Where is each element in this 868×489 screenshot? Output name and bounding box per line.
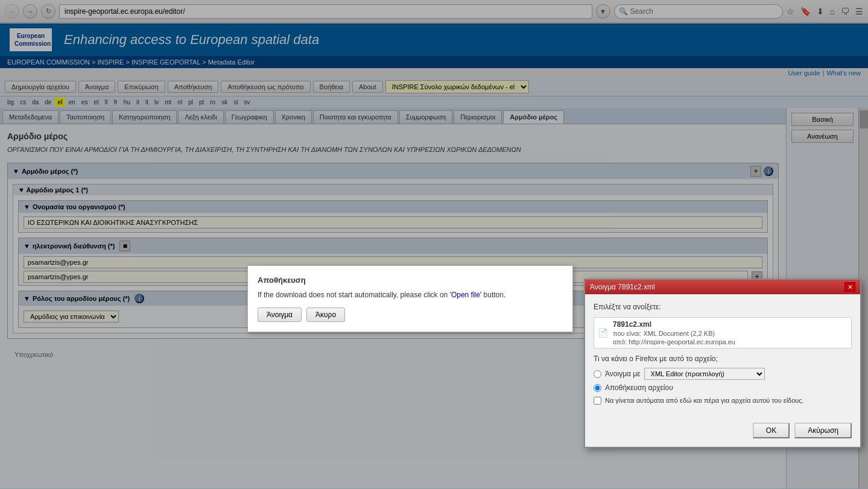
save-dialog-title: Αποθήκευση [258, 276, 563, 285]
save-file-radio[interactable] [594, 384, 601, 392]
save-dialog: Αποθήκευση If the download does not star… [247, 265, 573, 332]
radio-save-row: Αποθήκευση αρχείου [594, 383, 852, 392]
xml-file-icon: 📄 [598, 328, 608, 338]
save-dialog-text-before: If the download does not start automatic… [258, 291, 450, 299]
file-type-info: που είναι: XML Document (2,2 KB) [613, 330, 735, 337]
open-with-label: Άνοιγμα με [605, 370, 641, 378]
save-file-label: Αποθήκευση αρχείου [605, 383, 673, 392]
file-dialog-footer: OK Ακύρωση [585, 418, 860, 447]
save-dialog-text-after: button. [481, 291, 505, 299]
file-dialog-close-button[interactable]: ✕ [844, 282, 855, 292]
save-dialog-text: If the download does not start automatic… [258, 291, 563, 299]
file-ok-button[interactable]: OK [753, 423, 790, 438]
open-with-radio[interactable] [594, 370, 601, 378]
save-dialog-text-highlight: 'Open file' [450, 291, 482, 299]
app-select[interactable]: XML Editor (προεπιλογή) [644, 368, 765, 380]
file-dialog: Άνοιγμα 7891c2.xml ✕ Επιλέξτε να ανοίξετ… [584, 279, 861, 448]
file-item: 📄 7891c2.xml που είναι: XML Document (2,… [594, 317, 852, 349]
save-cancel-button[interactable]: Άκυρο [306, 308, 345, 322]
auto-action-label: Να γίνεται αυτόματα από εδώ και πέρα για… [605, 397, 804, 404]
file-action-label: Τι να κάνει ο Firefox με αυτό το αρχείο; [594, 355, 852, 363]
auto-action-checkbox[interactable] [594, 397, 601, 405]
file-dialog-prompt: Επιλέξτε να ανοίξετε: [594, 303, 852, 311]
file-cancel-button[interactable]: Ακύρωση [794, 423, 852, 438]
file-name: 7891c2.xml [613, 320, 735, 329]
file-dialog-titlebar: Άνοιγμα 7891c2.xml ✕ [585, 280, 860, 294]
file-source-info: από: http://inspire-geoportal.ec.europa.… [613, 338, 735, 345]
radio-open-row: Άνοιγμα με XML Editor (προεπιλογή) [594, 368, 852, 380]
auto-action-row: Να γίνεται αυτόματα από εδώ και πέρα για… [594, 397, 852, 405]
save-dialog-buttons: Άνοιγμα Άκυρο [258, 308, 563, 322]
file-dialog-body: Επιλέξτε να ανοίξετε: 📄 7891c2.xml που ε… [585, 294, 860, 418]
file-details: 7891c2.xml που είναι: XML Document (2,2 … [613, 320, 735, 345]
save-open-button[interactable]: Άνοιγμα [258, 308, 302, 322]
file-dialog-title: Άνοιγμα 7891c2.xml [590, 283, 655, 291]
